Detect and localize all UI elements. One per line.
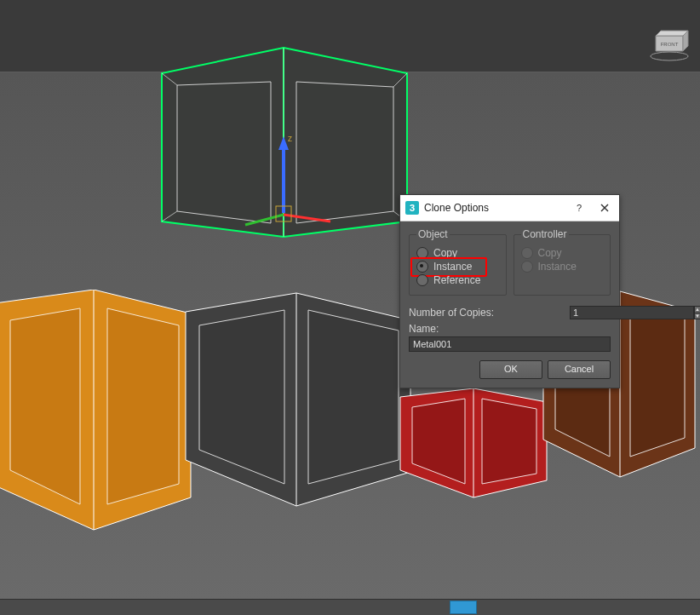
copies-label: Number of Copies: <box>409 307 565 319</box>
crate-red[interactable] <box>397 388 550 501</box>
selected-crate[interactable]: z <box>152 43 416 239</box>
radio-label: Copy <box>433 247 457 259</box>
svg-marker-20 <box>107 308 179 504</box>
dialog-body: Object Copy Instance Reference Controlle… <box>400 221 619 388</box>
radio-label: Instance <box>538 261 577 273</box>
dialog-title: Clone Options <box>424 202 566 214</box>
svg-marker-32 <box>630 307 685 457</box>
controller-group: Controller Copy Instance <box>514 228 611 296</box>
spinner-down-icon[interactable]: ▼ <box>694 313 700 320</box>
radio-instance[interactable]: Instance <box>416 261 499 273</box>
name-input[interactable] <box>409 336 611 352</box>
app-icon: 3 <box>405 201 419 215</box>
radio-icon <box>416 274 428 286</box>
spinner-buttons[interactable]: ▲ ▼ <box>694 306 700 319</box>
timeline-current-frame[interactable] <box>450 601 477 614</box>
object-group: Object Copy Instance Reference <box>409 228 507 296</box>
controller-radio-copy: Copy <box>521 247 604 259</box>
close-icon <box>600 204 609 212</box>
svg-text:?: ? <box>577 203 582 213</box>
spinner-up-icon[interactable]: ▲ <box>694 306 700 313</box>
cancel-button[interactable]: Cancel <box>548 360 611 379</box>
ok-button[interactable]: OK <box>479 360 542 379</box>
dialog-button-row: OK Cancel <box>409 360 611 379</box>
radio-icon <box>521 261 533 273</box>
help-button[interactable]: ? <box>566 196 592 220</box>
controller-group-label: Controller <box>521 228 569 240</box>
radio-label: Instance <box>433 261 472 273</box>
name-label: Name: <box>409 323 611 335</box>
help-icon: ? <box>574 203 584 213</box>
timeline[interactable] <box>0 599 700 615</box>
svg-text:z: z <box>288 134 292 143</box>
crate-grey[interactable] <box>179 291 417 511</box>
dialog-titlebar[interactable]: 3 Clone Options ? <box>400 195 619 221</box>
svg-marker-28 <box>482 399 536 484</box>
copies-row: Number of Copies: ▲ ▼ <box>409 306 611 319</box>
copies-spinner[interactable]: ▲ ▼ <box>570 306 611 319</box>
object-group-label: Object <box>416 228 450 240</box>
clone-options-dialog: 3 Clone Options ? Object Copy Instance <box>399 194 620 388</box>
close-button[interactable] <box>592 196 617 220</box>
radio-label: Copy <box>538 247 562 259</box>
radio-reference[interactable]: Reference <box>416 274 499 286</box>
crate-orange[interactable] <box>0 290 196 537</box>
radio-icon <box>416 261 428 273</box>
radio-label: Reference <box>433 274 480 286</box>
svg-marker-19 <box>10 308 80 504</box>
svg-marker-24 <box>308 310 399 484</box>
name-row: Name: <box>409 323 611 352</box>
radio-icon <box>416 247 428 259</box>
radio-copy[interactable]: Copy <box>416 247 499 259</box>
copies-input[interactable] <box>570 306 694 319</box>
controller-radio-instance: Instance <box>521 261 604 273</box>
radio-icon <box>521 247 533 259</box>
